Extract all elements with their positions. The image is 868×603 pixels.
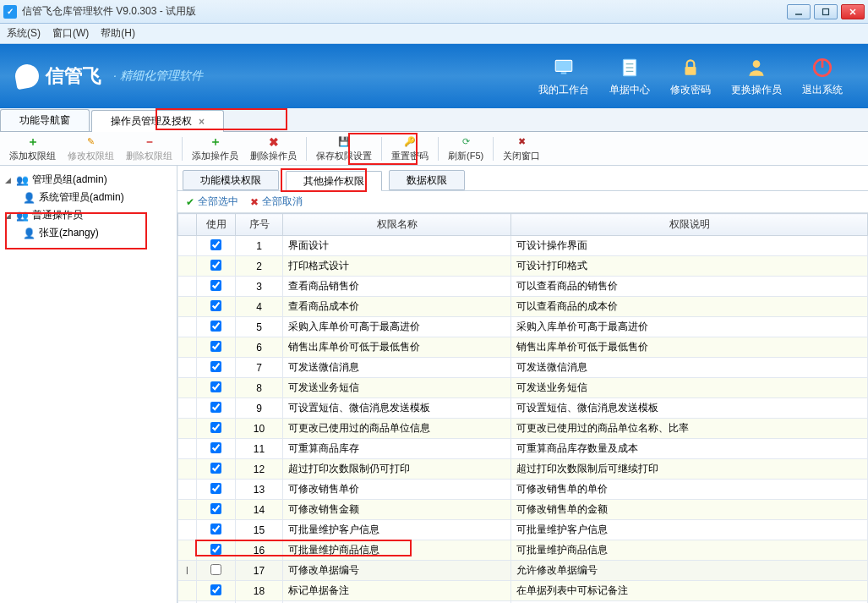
table-row[interactable]: 1界面设计可设计操作界面 [178, 236, 868, 256]
tb-edit-group[interactable]: ✎修改权限组 [62, 133, 120, 165]
table-row[interactable]: I17可修改单据编号允许修改单据编号 [178, 561, 868, 581]
table-row[interactable]: 11可重算商品库存可重算商品库存数量及成本 [178, 439, 868, 459]
row-checkbox[interactable] [210, 564, 221, 575]
row-checkbox[interactable] [210, 280, 221, 291]
tree-node-normal-group[interactable]: ◢ 👥 普通操作员 [3, 206, 173, 224]
row-checkbox[interactable] [210, 463, 221, 474]
row-desc: 可批量维护客户信息 [511, 520, 868, 540]
row-seq: 9 [236, 398, 283, 419]
nav-docs[interactable]: 单据中心 [609, 56, 650, 97]
row-checkbox-cell[interactable] [197, 439, 236, 459]
select-all-button[interactable]: ✔全部选中 [186, 195, 238, 209]
menu-system[interactable]: 系统(S) [7, 26, 41, 41]
row-checkbox-cell[interactable] [197, 337, 236, 358]
table-row[interactable]: 6销售出库单价可低于最低售价销售出库单价可低于最低售价 [178, 337, 868, 358]
tree-node-admin-group[interactable]: ◢ 👥 管理员组(admin) [3, 171, 173, 189]
deselect-all-button[interactable]: ✖全部取消 [250, 195, 303, 209]
collapse-icon[interactable]: ◢ [3, 176, 12, 184]
row-checkbox-cell[interactable] [197, 378, 236, 398]
table-row[interactable]: 3查看商品销售价可以查看商品的销售价 [178, 277, 868, 297]
row-checkbox[interactable] [210, 381, 221, 392]
col-use[interactable]: 使用 [197, 214, 236, 236]
row-checkbox[interactable] [210, 260, 221, 271]
row-name: 销售出库单价可低于最低售价 [283, 337, 511, 358]
user-icon [745, 56, 768, 79]
nav-password[interactable]: 修改密码 [670, 56, 711, 97]
table-row[interactable]: 5采购入库单价可高于最高进价采购入库单价可高于最高进价 [178, 317, 868, 337]
tb-reset-pwd[interactable]: 🔑重置密码 [385, 133, 434, 165]
menu-help[interactable]: 帮助(H) [101, 26, 135, 41]
nav-exit[interactable]: 退出系统 [802, 56, 843, 97]
row-checkbox[interactable] [210, 524, 221, 534]
tab-close-icon[interactable]: × [199, 116, 205, 128]
tree-node-admin-user[interactable]: 👤 系统管理员(admin) [22, 189, 173, 206]
row-checkbox[interactable] [210, 442, 221, 453]
col-name[interactable]: 权限名称 [283, 214, 511, 236]
row-checkbox-cell[interactable] [197, 480, 236, 500]
table-row[interactable]: 12超过打印次数限制仍可打印超过打印次数限制后可继续打印 [178, 459, 868, 480]
row-checkbox-cell[interactable] [197, 398, 236, 419]
row-checkbox[interactable] [210, 483, 221, 494]
row-checkbox-cell[interactable] [197, 317, 236, 337]
row-checkbox[interactable] [210, 402, 221, 413]
table-row[interactable]: 18标记单据备注在单据列表中可标记备注 [178, 581, 868, 601]
tb-add-op[interactable]: ＋添加操作员 [186, 133, 244, 165]
minimize-button[interactable] [787, 4, 811, 19]
row-checkbox-cell[interactable] [197, 236, 236, 256]
tb-del-group[interactable]: －删除权限组 [120, 133, 178, 165]
row-checkbox[interactable] [210, 321, 221, 332]
table-row[interactable]: 2打印格式设计可设计打印格式 [178, 256, 868, 277]
row-checkbox[interactable] [210, 503, 221, 514]
row-checkbox-cell[interactable] [197, 358, 236, 378]
row-checkbox[interactable] [210, 341, 221, 352]
close-button[interactable] [841, 4, 865, 19]
row-checkbox-cell[interactable] [197, 540, 236, 561]
tb-close[interactable]: ✖关闭窗口 [497, 133, 546, 165]
table-row[interactable]: 7可发送微信消息可发送微信消息 [178, 358, 868, 378]
tree-node-normal-user[interactable]: 👤 张亚(zhangy) [22, 224, 173, 242]
plus-icon: ＋ [209, 135, 222, 149]
row-checkbox-cell[interactable] [197, 277, 236, 297]
table-row[interactable]: 14可修改销售金额可修改销售单的金额 [178, 500, 868, 520]
subtab-data[interactable]: 数据权限 [389, 170, 465, 190]
col-seq[interactable]: 序号 [236, 214, 283, 236]
table-row[interactable]: 4查看商品成本价可以查看商品的成本价 [178, 297, 868, 317]
tb-del-op[interactable]: ✖删除操作员 [244, 133, 303, 165]
maximize-button[interactable] [814, 4, 838, 19]
row-checkbox-cell[interactable] [197, 419, 236, 439]
tb-add-group[interactable]: ＋添加权限组 [3, 133, 62, 165]
row-checkbox-cell[interactable] [197, 297, 236, 317]
table-row[interactable]: 10可更改已使用过的商品单位信息可更改已使用过的商品单位名称、比率 [178, 419, 868, 439]
table-row[interactable]: 15可批量维护客户信息可批量维护客户信息 [178, 520, 868, 540]
col-gutter [178, 214, 197, 236]
row-checkbox-cell[interactable] [197, 459, 236, 480]
collapse-icon[interactable]: ◢ [3, 211, 12, 220]
row-gutter [178, 439, 197, 459]
tb-refresh[interactable]: ⟳刷新(F5) [442, 133, 489, 165]
table-row[interactable]: 13可修改销售单价可修改销售单的单价 [178, 480, 868, 500]
tb-save[interactable]: 💾保存权限设置 [310, 133, 378, 165]
tab-operator[interactable]: 操作员管理及授权 × [91, 110, 224, 132]
subtab-other[interactable]: 其他操作权限 [286, 171, 382, 191]
row-checkbox-cell[interactable] [197, 256, 236, 277]
row-checkbox-cell[interactable] [197, 561, 236, 581]
row-seq: 18 [236, 581, 283, 601]
menu-window[interactable]: 窗口(W) [52, 26, 89, 41]
row-checkbox-cell[interactable] [197, 500, 236, 520]
row-checkbox[interactable] [210, 584, 221, 595]
row-checkbox-cell[interactable] [197, 520, 236, 540]
tab-nav[interactable]: 功能导航窗 [0, 109, 90, 131]
row-checkbox[interactable] [210, 422, 221, 433]
table-row[interactable]: 8可发送业务短信可发送业务短信 [178, 378, 868, 398]
row-checkbox[interactable] [210, 544, 221, 555]
row-checkbox[interactable] [210, 239, 221, 250]
nav-switch[interactable]: 更换操作员 [731, 56, 782, 97]
col-desc[interactable]: 权限说明 [511, 214, 868, 236]
subtab-module[interactable]: 功能模块权限 [183, 170, 279, 190]
table-row[interactable]: 16可批量维护商品信息可批量维护商品信息 [178, 540, 868, 561]
nav-workbench[interactable]: 我的工作台 [538, 56, 589, 97]
table-row[interactable]: 9可设置短信、微信消息发送模板可设置短信、微信消息发送模板 [178, 398, 868, 419]
row-checkbox[interactable] [210, 361, 221, 372]
row-checkbox[interactable] [210, 300, 221, 311]
row-checkbox-cell[interactable] [197, 581, 236, 601]
